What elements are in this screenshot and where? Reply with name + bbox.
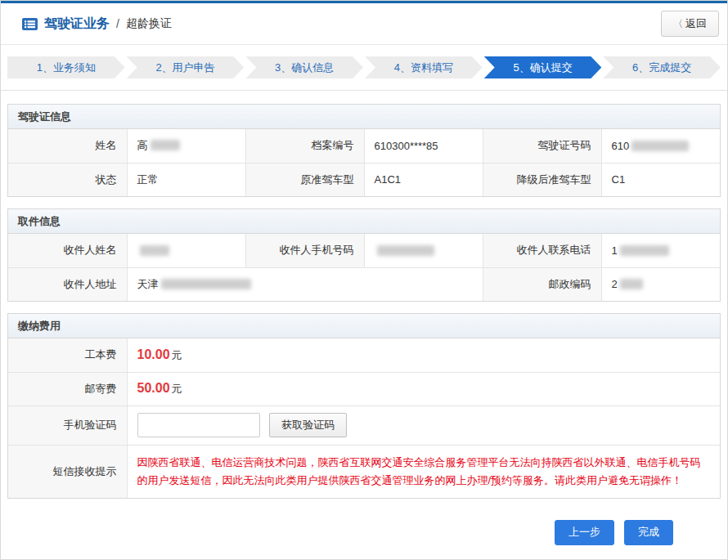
breadcrumb: 驾驶证业务 / 超龄换证 <box>22 16 172 33</box>
sms-notice-cell: 因陕西省联通、电信运营商技术问题，陕西省互联网交通安全综合服务管理平台无法向持陕… <box>127 445 720 498</box>
name-label: 姓名 <box>8 129 127 163</box>
fees-table: 工本费 10.00元 邮寄费 50.00元 手机验证码 获取验证码 <box>8 338 720 498</box>
header: 驾驶证业务 / 超龄换证 〈 返回 <box>1 3 727 45</box>
main-content: 驾驶证信息 姓名 高 档案编号 610300****85 驾驶证号码 610 <box>1 91 727 545</box>
postage-fee-value: 50.00元 <box>127 372 720 405</box>
license-business-icon <box>22 18 38 30</box>
table-row: 姓名 高 档案编号 610300****85 驾驶证号码 610 <box>8 129 720 163</box>
redacted-value <box>140 245 169 256</box>
table-row: 手机验证码 获取验证码 <box>8 405 720 445</box>
mobile-value <box>364 234 483 267</box>
redacted-value <box>377 245 434 256</box>
table-row: 邮寄费 50.00元 <box>8 372 720 405</box>
sms-code-label: 手机验证码 <box>8 405 127 445</box>
address-label: 收件人地址 <box>8 267 127 301</box>
step-5-confirm-submit[interactable]: 5、确认提交 <box>484 56 602 78</box>
sms-notice-label: 短信接收提示 <box>8 445 127 498</box>
address-value-text: 天津 <box>137 278 159 290</box>
redacted-value <box>161 279 251 289</box>
table-row: 工本费 10.00元 <box>8 338 720 372</box>
production-fee-amount: 10.00 <box>137 347 170 361</box>
redacted-value <box>620 245 669 256</box>
section-fees: 缴纳费用 工本费 10.00元 邮寄费 50.00元 手机验证码 <box>7 313 721 499</box>
recipient-label: 收件人姓名 <box>8 234 127 267</box>
file-no-value: 610300****85 <box>364 129 483 163</box>
back-button-label: 返回 <box>685 16 707 31</box>
downgrade-type-value: C1 <box>601 163 720 196</box>
orig-type-label: 原准驾车型 <box>245 163 364 196</box>
postcode-value-text: 2 <box>612 278 618 290</box>
redacted-value <box>631 141 689 151</box>
downgrade-type-value-text: C1 <box>612 173 626 186</box>
status-value-text: 正常 <box>137 173 159 186</box>
section-pickup-info: 取件信息 收件人姓名 收件人手机号码 收件人联系电话 1 <box>7 208 721 302</box>
currency-unit: 元 <box>172 349 182 361</box>
license-info-table: 姓名 高 档案编号 610300****85 驾驶证号码 610 状态 正常 原… <box>8 129 720 196</box>
table-row: 状态 正常 原准驾车型 A1C1 降级后准驾车型 C1 <box>8 163 720 196</box>
step-3-confirm-info[interactable]: 3、确认信息 <box>245 56 363 78</box>
file-no-value-text: 610300****85 <box>375 140 438 152</box>
pickup-section-title: 取件信息 <box>8 209 720 234</box>
step-nav: 1、业务须知 2、用户申告 3、确认信息 4、资料填写 5、确认提交 6、完成提… <box>1 45 727 91</box>
fees-section-title: 缴纳费用 <box>8 314 720 338</box>
name-value: 高 <box>127 129 245 163</box>
table-row: 短信接收提示 因陕西省联通、电信运营商技术问题，陕西省互联网交通安全综合服务管理… <box>8 445 720 498</box>
redacted-value <box>151 140 180 150</box>
production-fee-label: 工本费 <box>8 338 127 372</box>
get-code-button[interactable]: 获取验证码 <box>269 413 347 437</box>
currency-unit: 元 <box>172 383 182 395</box>
orig-type-value-text: A1C1 <box>375 173 402 186</box>
page-subtitle: 超龄换证 <box>126 16 172 31</box>
production-fee-value: 10.00元 <box>127 338 720 372</box>
back-chevron-icon: 〈 <box>673 17 683 31</box>
license-no-value: 610 <box>601 129 720 163</box>
phone-value: 1 <box>601 234 720 267</box>
license-section-title: 驾驶证信息 <box>8 105 720 129</box>
done-button[interactable]: 完成 <box>624 520 673 545</box>
step-6-complete-submit[interactable]: 6、完成提交 <box>603 56 721 78</box>
step-4-fill-info[interactable]: 4、资料填写 <box>365 56 483 78</box>
status-label: 状态 <box>8 163 127 196</box>
redacted-value <box>620 279 643 289</box>
license-no-value-text: 610 <box>612 140 630 152</box>
sms-notice-text: 因陕西省联通、电信运营商技术问题，陕西省互联网交通安全综合服务管理平台无法向持陕… <box>137 454 711 490</box>
sms-code-input[interactable] <box>137 413 260 437</box>
back-button[interactable]: 〈 返回 <box>661 11 719 37</box>
phone-value-text: 1 <box>612 244 618 257</box>
downgrade-type-label: 降级后准驾车型 <box>483 163 601 196</box>
postcode-label: 邮政编码 <box>483 267 601 301</box>
section-license-info: 驾驶证信息 姓名 高 档案编号 610300****85 驾驶证号码 610 <box>7 104 721 197</box>
page-title: 驾驶证业务 <box>44 16 110 33</box>
status-value: 正常 <box>127 163 245 196</box>
pickup-info-table: 收件人姓名 收件人手机号码 收件人联系电话 1 收件人地址 天津 邮政编码 2 <box>8 234 720 301</box>
orig-type-value: A1C1 <box>364 163 483 196</box>
breadcrumb-separator: / <box>116 17 119 30</box>
sms-code-cell: 获取验证码 <box>127 405 720 445</box>
postage-fee-label: 邮寄费 <box>8 372 127 405</box>
table-row: 收件人地址 天津 邮政编码 2 <box>8 267 720 301</box>
postcode-value: 2 <box>601 267 720 301</box>
license-no-label: 驾驶证号码 <box>483 129 601 163</box>
postage-fee-amount: 50.00 <box>137 381 170 395</box>
recipient-value <box>127 234 245 267</box>
step-2-user-declaration[interactable]: 2、用户申告 <box>127 56 245 78</box>
mobile-label: 收件人手机号码 <box>245 234 364 267</box>
table-row: 收件人姓名 收件人手机号码 收件人联系电话 1 <box>8 234 720 267</box>
footer-actions: 上一步 完成 <box>7 510 721 545</box>
address-value: 天津 <box>127 267 483 301</box>
prev-step-button[interactable]: 上一步 <box>555 520 614 545</box>
file-no-label: 档案编号 <box>245 129 364 163</box>
page: 驾驶证业务 / 超龄换证 〈 返回 1、业务须知 2、用户申告 3、确认信息 4… <box>0 0 728 560</box>
step-1-business-notice[interactable]: 1、业务须知 <box>7 56 125 78</box>
phone-label: 收件人联系电话 <box>483 234 601 267</box>
name-value-text: 高 <box>137 139 148 151</box>
